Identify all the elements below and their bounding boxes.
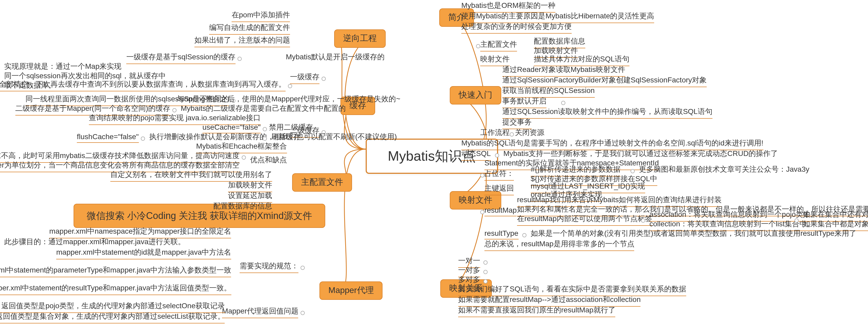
- cache-l1-hint: Mybatis默认是开启一级缓存的: [286, 53, 384, 64]
- reverse-item-0: 在pom中添加插件: [232, 10, 290, 22]
- banner-text: 微信搜索 小冷Coding 关注我 获取详细的Xmind源文件: [87, 210, 312, 221]
- flow-3: 事务默认开启: [502, 97, 547, 108]
- flow-0: 通过Reader对象读取Mybatis映射文件: [502, 65, 625, 77]
- dot: [301, 311, 305, 315]
- branch-reverse-label: 逆向工程: [343, 34, 377, 42]
- quick-mapfile: 映射文件: [480, 55, 510, 66]
- branch-reverse: 逆向工程: [334, 29, 386, 48]
- dot: [321, 77, 326, 81]
- need-3: mapper.xml中statement的parameterType和mappe…: [0, 266, 231, 277]
- need-2: mapper.xml中statement的id就是mapper.java中方法名: [56, 248, 231, 259]
- cfg-2: 设置延迟加载: [228, 191, 272, 203]
- dot: [301, 266, 305, 270]
- intro-2: 处理复杂的业务的时候会更加方便: [461, 22, 572, 34]
- dot: [242, 156, 246, 160]
- l2-h13: 优点和缺点: [250, 156, 287, 166]
- mapper-ret-label: Mapper代理返回值问题: [222, 307, 299, 318]
- branch-mapfile-label: 映射文件: [459, 195, 492, 204]
- dot: [561, 101, 565, 105]
- quick-extra-0: Mybatis的SQL语句是需要手写的，在程序中通过映射文件的命名空间.sql语…: [461, 139, 764, 150]
- branch-quick: 快速入门: [450, 86, 501, 104]
- mapfile-0: 描述具体方法对应的SQL语句: [534, 55, 629, 66]
- intro-1: 使用Mybatis的主要原因是Mybatis比Hibernate的灵活性更高: [461, 11, 654, 23]
- cache-l1-label: 一级缓存: [290, 72, 319, 84]
- cfg-1: 加载映射文件: [228, 180, 272, 192]
- branch-quick-label: 快速入门: [459, 90, 492, 99]
- flow-4: 通过SQLSession读取映射文件中的操作编号，从而读取SQL语句: [502, 107, 712, 119]
- cfg-0: 自定义别名，在映射文件中我们就可以使用别名了: [110, 170, 272, 182]
- dot: [172, 108, 177, 112]
- l2-h7: flushCache="false": [77, 132, 139, 143]
- dot: [141, 136, 145, 141]
- quick-maincfg: 主配置文件: [480, 40, 517, 52]
- dot: [480, 173, 485, 177]
- l2-h5: useCache="false": [203, 123, 260, 133]
- ret-1: 如果返回值类型是集合对象，生成的代理对象内部通过selectList获取记录。: [0, 312, 225, 324]
- ret-0: 如果是返回的单个对象，返回值类型是pojo类型，生成的代理对象内部通过selec…: [0, 301, 225, 313]
- rm-2: 在resultMap内部还可以使用两个节点标签: [517, 214, 652, 226]
- dot: [495, 153, 499, 158]
- dot: [476, 44, 480, 48]
- ph-1: 更多脑图和最新原创技术文章可关注公众号：Java3y: [639, 165, 809, 176]
- dot: [484, 279, 488, 283]
- dot: [484, 270, 488, 274]
- dot: [238, 57, 242, 61]
- need-4: mapper.xml中statement的resultType和mapper.j…: [0, 283, 231, 295]
- dot: [522, 233, 526, 237]
- flow-1: 通过SqlSessionFactoryBuilder对象创建SqlSession…: [502, 76, 707, 87]
- flow-6: 关闭资源: [515, 128, 544, 139]
- mf-pk: 主键返回: [485, 184, 514, 195]
- dot: [263, 136, 267, 141]
- rt-0: 如果是一个简单的对象(没有引用类型)或者返回简单类型数据，我们就可以直接使用re…: [531, 229, 857, 240]
- dot: [630, 169, 635, 173]
- dot: [484, 261, 488, 265]
- mapper-needs-label: 需要实现的规范：: [240, 262, 299, 273]
- cfg-3: 配置数据库的信息: [213, 202, 272, 213]
- branch-mapper: Mapper代理: [319, 281, 383, 300]
- cache-l1-item-3: 如果两次中间出现commit操作（修改、添加、删除），本sqlsession中的…: [0, 80, 286, 91]
- mf-resulttype: resultType: [485, 229, 518, 239]
- branch-config-label: 主配置文件: [301, 177, 343, 187]
- quick-flow: 工作流程: [480, 128, 510, 140]
- dot: [480, 210, 485, 214]
- flow-5: 提交事务: [502, 118, 532, 129]
- reverse-item-2: 如果出错了，注意版本的问题: [194, 36, 290, 47]
- mf-resultmap: resultMap: [485, 206, 517, 216]
- dot: [288, 84, 292, 88]
- flow-2: 获取当前线程的SQLSession: [502, 86, 595, 98]
- rel-4: 如果需要就配置resultMap-->通过association和collect…: [458, 295, 641, 307]
- branch-config: 主配置文件: [292, 173, 352, 192]
- dot: [641, 219, 645, 223]
- rel-5: 如果不需要直接返回我们原生的resultMap就行了: [458, 306, 616, 317]
- need-0: mapper.xml中namespace指定为mapper接口的全限定名: [50, 227, 231, 238]
- intro-0: Mybatis也是ORM框架的一种: [461, 1, 555, 12]
- dot: [510, 132, 514, 136]
- branch-mapper-label: Mapper代理: [329, 286, 374, 295]
- reverse-item-1: 编写自动生成的配置文件: [209, 23, 290, 35]
- mf-summary: 总的来说，resultMap是用得非常多的一个节点: [485, 239, 634, 251]
- mf-placeholder: 占位符：: [485, 169, 514, 180]
- dot: [263, 127, 267, 131]
- banner: 微信搜索 小冷Coding 关注我 获取详细的Xmind源文件: [73, 204, 325, 228]
- dot: [795, 219, 799, 223]
- need-1: 此步骤目的：通过mapper.xml和mapper.java进行关联。: [4, 237, 185, 248]
- rel-3: 其实我们编好了SQL语句，看看在实际中是否需要拿到关联关系的数据: [458, 284, 686, 296]
